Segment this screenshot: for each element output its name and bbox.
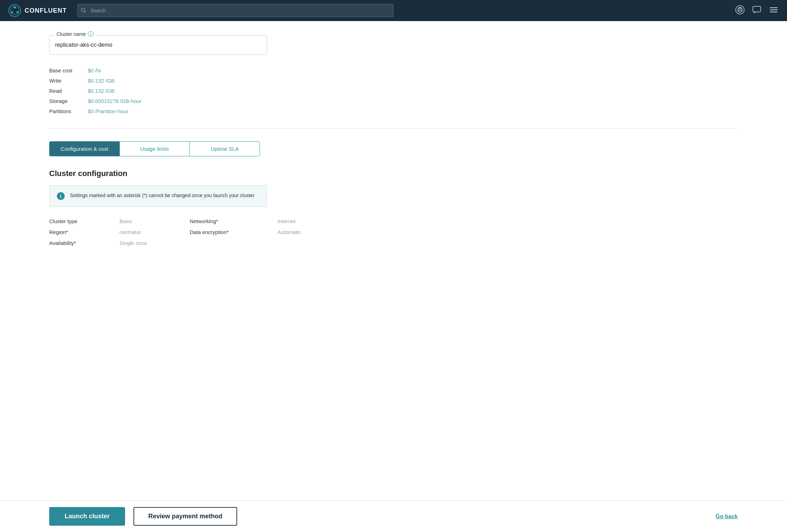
config-value-empty [278,240,348,246]
info-box: i Settings marked with an asterisk (*) c… [49,185,267,207]
pricing-row: Partitions $0 /Partition-hour [49,108,738,114]
svg-point-2 [14,6,16,8]
brand-logo[interactable]: CONFLUENT [8,4,67,17]
main-content: Cluster name i Base cost $0 /hr Write $0… [0,21,787,532]
config-value-region: centralus [119,229,190,235]
tabs-container: Configuration & cost Usage limits Uptime… [49,141,260,156]
tab-usage-limits[interactable]: Usage limits [120,142,190,156]
config-label-empty [190,240,278,246]
info-box-text: Settings marked with an asterisk (*) can… [70,192,254,199]
pricing-value-write: $0.132 /GB [88,78,115,84]
cluster-name-group: Cluster name i [49,35,267,55]
cluster-config-title: Cluster configuration [49,169,738,178]
info-box-icon: i [57,192,65,200]
review-payment-button[interactable]: Review payment method [134,507,237,526]
pricing-row: Storage $0.00015278 /GB-hour [49,98,738,104]
pricing-value-read: $0.132 /GB [88,88,115,94]
cluster-name-info-icon[interactable]: i [88,31,93,37]
chat-icon[interactable] [752,5,762,16]
config-label-encryption: Data encryption* [190,229,278,235]
config-value-cluster-type: Basic [119,218,190,224]
config-label-cluster-type: Cluster type [49,218,119,224]
config-value-networking: Internet [278,218,348,224]
svg-rect-12 [753,6,761,12]
navbar: CONFLUENT [0,0,787,21]
go-back-button[interactable]: Go back [716,513,738,520]
pricing-label-partitions: Partitions [49,108,88,114]
config-value-availability: Single zone [119,240,190,246]
tab-configuration[interactable]: Configuration & cost [50,142,120,156]
svg-point-3 [17,11,19,13]
pricing-label-storage: Storage [49,98,88,104]
tab-uptime-sla[interactable]: Uptime SLA [190,142,260,156]
navbar-icons [735,5,779,16]
pricing-value-partitions: $0 /Partition-hour [88,108,128,114]
svg-point-9 [738,7,742,12]
config-label-availability: Availability* [49,240,119,246]
svg-line-6 [85,12,86,13]
pricing-label-base: Base cost [49,67,88,73]
brand-name: CONFLUENT [25,7,67,14]
pricing-value-storage: $0.00015278 /GB-hour [88,98,142,104]
pricing-table: Base cost $0 /hr Write $0.132 /GB Read $… [49,67,738,114]
svg-point-4 [11,11,13,13]
pricing-row: Write $0.132 /GB [49,78,738,84]
cluster-name-input[interactable] [50,35,267,54]
pricing-label-read: Read [49,88,88,94]
cluster-name-label: Cluster name i [54,31,96,37]
config-label-networking: Networking* [190,218,278,224]
bottom-bar: Launch cluster Review payment method Go … [0,500,787,532]
search-icon [81,8,86,13]
launch-cluster-button[interactable]: Launch cluster [49,507,125,526]
help-icon[interactable] [735,5,745,16]
search-container [77,4,393,17]
config-label-region: Region* [49,229,119,235]
pricing-row: Read $0.132 /GB [49,88,738,94]
search-input[interactable] [77,4,393,17]
menu-icon[interactable] [769,5,779,16]
pricing-row: Base cost $0 /hr [49,67,738,73]
section-divider [49,128,738,129]
config-grid: Cluster type Basic Networking* Internet … [49,218,738,246]
pricing-label-write: Write [49,78,88,84]
svg-text:i: i [60,194,61,199]
confluent-logo-icon [8,4,21,17]
pricing-value-base: $0 /hr [88,67,101,73]
config-value-encryption: Automatic [278,229,348,235]
